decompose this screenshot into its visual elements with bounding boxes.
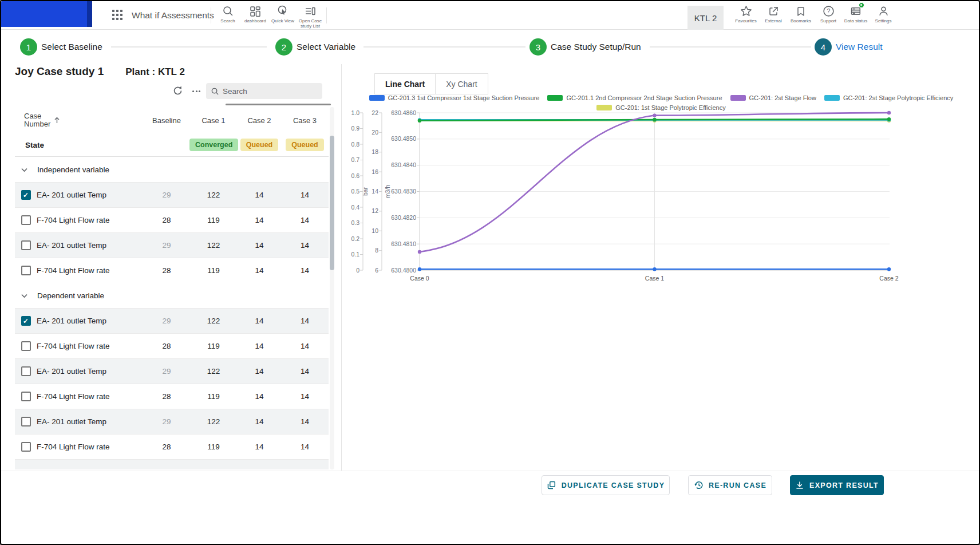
variable-name: F-704 Light Flow rate — [37, 216, 144, 224]
export-download-icon — [795, 481, 804, 490]
bookmarks-button[interactable]: Boomarks — [787, 2, 815, 23]
rerun-icon — [694, 480, 704, 490]
header-nav-group: Search dashboard Quick V — [214, 2, 324, 29]
table-row[interactable]: F-704 Light Flow rate281191414 — [15, 207, 329, 232]
settings-person-icon — [878, 2, 890, 17]
vertical-scrollbar-track — [330, 107, 334, 469]
table-row[interactable]: EA- 201 outlet Temp291221414 — [15, 358, 329, 384]
variable-table: Case Number Baseline Case 1 Case 2 Case … — [15, 107, 329, 469]
case-value: 122 — [189, 367, 238, 376]
svg-text:12: 12 — [372, 207, 378, 214]
case-value: 14 — [281, 417, 329, 426]
horizontal-scrollbar[interactable] — [226, 104, 331, 105]
export-result-button[interactable]: EXPORT RESULT — [790, 475, 884, 495]
header-divider — [326, 7, 327, 23]
table-row[interactable]: F-704 Light Flow rate281191414 — [15, 333, 329, 358]
dashboard-nav-button[interactable]: dashboard — [242, 2, 269, 29]
svg-text:6: 6 — [375, 267, 378, 274]
svg-text:18: 18 — [372, 148, 378, 155]
open-case-study-list-button[interactable]: Open Case study List — [297, 2, 324, 29]
external-button[interactable]: External — [760, 2, 787, 23]
state-row-label: State — [15, 141, 144, 149]
case-value: 29 — [144, 417, 189, 426]
svg-text:0.3: 0.3 — [351, 219, 359, 226]
row-checkbox[interactable] — [21, 215, 31, 225]
svg-text:630.4830: 630.4830 — [391, 188, 416, 195]
state-badge: Queued — [286, 139, 324, 151]
table-row[interactable]: F-704 Light Flow rate281191414 — [15, 258, 329, 283]
row-checkbox[interactable] — [21, 240, 31, 250]
table-row-partial[interactable] — [15, 459, 329, 469]
table-row[interactable]: F-704 Light Flow rate281191414 — [15, 384, 329, 409]
table-row[interactable]: EA- 201 outlet Temp291221414 — [15, 232, 329, 258]
chevron-down-icon[interactable] — [21, 293, 28, 298]
svg-text:Case 1: Case 1 — [645, 275, 664, 282]
case-value: 28 — [144, 216, 189, 224]
rerun-case-button[interactable]: RE-RUN CASE — [688, 475, 772, 495]
table-row[interactable]: ✓EA- 201 outlet Temp291221414 — [15, 308, 329, 333]
app-window: What if Assessments Search dashb — [0, 0, 980, 545]
case-value: 119 — [189, 266, 238, 275]
row-checkbox[interactable] — [21, 392, 31, 401]
svg-text:630.4810: 630.4810 — [391, 240, 416, 247]
svg-text:0.9: 0.9 — [351, 125, 359, 132]
more-options-icon[interactable] — [190, 88, 203, 94]
column-header-case-3[interactable]: Case 3 — [281, 116, 329, 125]
svg-text:bar: bar — [362, 187, 369, 196]
data-status-badge — [859, 2, 864, 8]
search-nav-button[interactable]: Search — [214, 2, 242, 29]
svg-text:22: 22 — [372, 109, 378, 116]
svg-text:630.4820: 630.4820 — [391, 214, 416, 221]
vertical-scrollbar-thumb[interactable] — [330, 136, 334, 270]
row-checkbox-checked[interactable]: ✓ — [21, 190, 31, 200]
duplicate-case-study-button[interactable]: DUPLICATE CASE STUDY — [542, 475, 670, 495]
state-badges-0: Converged — [189, 139, 238, 151]
step-connector — [363, 46, 525, 48]
favourites-button[interactable]: Favourites — [732, 2, 760, 23]
column-header-baseline[interactable]: Baseline — [144, 116, 189, 125]
case-value: 122 — [189, 417, 238, 426]
column-header-case-number[interactable]: Case Number — [15, 112, 144, 128]
search-input[interactable] — [223, 87, 314, 96]
variable-name: EA- 201 outlet Temp — [37, 191, 144, 199]
step-1-circle: 1 — [20, 38, 37, 56]
svg-text:16: 16 — [372, 168, 378, 175]
chevron-down-icon[interactable] — [21, 167, 28, 172]
step-3-circle: 3 — [529, 38, 547, 56]
row-checkbox[interactable] — [21, 266, 31, 275]
case-value: 14 — [281, 443, 329, 451]
row-checkbox[interactable] — [21, 417, 31, 426]
column-header-case-2[interactable]: Case 2 — [238, 116, 281, 125]
svg-text:0.6: 0.6 — [351, 172, 359, 179]
svg-text:1.0: 1.0 — [351, 109, 359, 116]
variable-name: EA- 201 outlet Temp — [37, 367, 144, 376]
case-value: 119 — [189, 392, 238, 401]
row-checkbox[interactable] — [21, 366, 31, 376]
case-study-title: Joy Case study 1 — [15, 65, 104, 78]
company-logo-edge — [87, 1, 92, 27]
data-status-button[interactable]: Data status — [842, 2, 870, 23]
refresh-icon[interactable] — [172, 85, 183, 98]
variable-table-body: Independent variable✓EA- 201 outlet Temp… — [15, 157, 329, 469]
section-header[interactable]: Independent variable — [15, 157, 329, 182]
row-checkbox-checked[interactable]: ✓ — [21, 316, 31, 326]
section-header[interactable]: Dependent variable — [15, 283, 329, 308]
plant-tab-ktl2[interactable]: KTL 2 — [687, 6, 724, 30]
table-row[interactable]: ✓EA- 201 outlet Temp291221414 — [15, 182, 329, 207]
support-button[interactable]: ? Support — [815, 2, 842, 23]
row-checkbox[interactable] — [21, 341, 31, 351]
table-row[interactable]: EA- 201 outlet Temp291221414 — [15, 409, 329, 434]
settings-button[interactable]: Settings — [870, 2, 897, 23]
sort-ascending-icon — [54, 117, 60, 124]
table-row[interactable]: F-704 Light Flow rate281191414 — [15, 434, 329, 459]
app-launcher-grid-icon[interactable] — [112, 10, 124, 23]
variable-name: F-704 Light Flow rate — [37, 443, 144, 451]
step-connector — [111, 46, 267, 48]
case-value: 29 — [144, 241, 189, 250]
quick-view-nav-button[interactable]: Quick View — [269, 2, 297, 29]
svg-text:10: 10 — [372, 227, 378, 234]
row-checkbox[interactable] — [21, 442, 31, 452]
case-value: 28 — [144, 342, 189, 350]
case-value: 119 — [189, 342, 238, 350]
column-header-case-1[interactable]: Case 1 — [189, 116, 238, 125]
